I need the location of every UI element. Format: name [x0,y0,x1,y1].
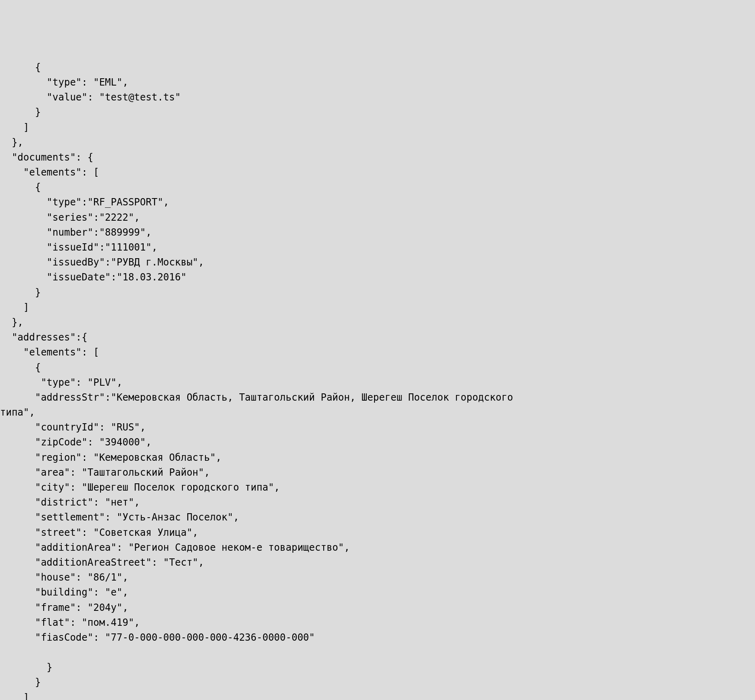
json-code-block: { "type": "EML", "value": "test@test.ts"… [0,60,755,700]
